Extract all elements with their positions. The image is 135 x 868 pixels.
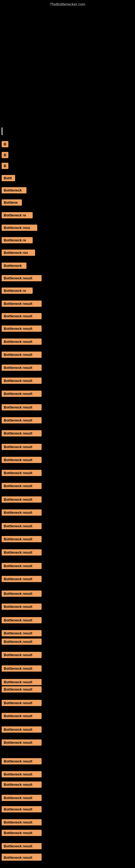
bottleneck-result-item[interactable]: Bottleneck result: [2, 639, 42, 645]
bottleneck-result-item[interactable]: Bottleneck result: [2, 819, 42, 826]
bottleneck-result-item[interactable]: Bottleneck result: [2, 806, 42, 812]
bottleneck-result-item[interactable]: Bottleneck result: [2, 483, 42, 489]
bottleneck-result-item[interactable]: Bottleneck result: [2, 457, 42, 463]
bottleneck-result-item[interactable]: Bottlene: [2, 199, 22, 206]
bottleneck-result-item[interactable]: B: [2, 163, 8, 169]
bottleneck-result-item[interactable]: Bottleneck result: [2, 739, 42, 746]
bottleneck-result-item[interactable]: Bottleneck result: [2, 275, 42, 281]
bottleneck-result-item[interactable]: Bottleneck result: [2, 509, 42, 516]
bottleneck-result-item[interactable]: Bottleneck result: [2, 351, 42, 358]
bottleneck-result-item[interactable]: Bottleneck resu: [2, 225, 37, 231]
bottleneck-result-item[interactable]: Bottleneck result: [2, 843, 42, 849]
bottleneck-result-item[interactable]: Bottleneck result: [2, 603, 42, 610]
bottleneck-result-item[interactable]: Bottleneck result: [2, 576, 42, 582]
bottleneck-result-item[interactable]: Bottleneck result: [2, 795, 42, 801]
bottleneck-result-item[interactable]: Bottleneck: [2, 262, 27, 269]
bottleneck-result-item[interactable]: Bottleneck result: [2, 313, 42, 319]
bottleneck-result-item[interactable]: Bottleneck result: [2, 523, 42, 529]
bottleneck-result-item[interactable]: Bottleneck result: [2, 665, 42, 672]
bottleneck-result-item[interactable]: Bottleneck result: [2, 726, 42, 733]
bottleneck-result-item[interactable]: Bottleneck result: [2, 652, 42, 658]
bottleneck-result-item[interactable]: Bottleneck result: [2, 444, 42, 450]
bottleneck-result-item[interactable]: Bottleneck result: [2, 630, 42, 637]
bottleneck-result-item[interactable]: Bottleneck result: [2, 781, 42, 788]
bottleneck-result-item[interactable]: Bottleneck result: [2, 830, 42, 836]
bottleneck-result-item[interactable]: Bottleneck: [2, 187, 27, 193]
bottleneck-result-item[interactable]: Bottleneck result: [2, 686, 42, 692]
bottleneck-result-item[interactable]: Bottleneck result: [2, 339, 42, 345]
bottleneck-result-item[interactable]: Bottleneck re: [2, 212, 33, 218]
bottleneck-result-item[interactable]: Bottleneck result: [2, 700, 42, 706]
bottleneck-result-item[interactable]: Bottleneck result: [2, 378, 42, 384]
bottleneck-result-item[interactable]: Bottleneck result: [2, 590, 42, 597]
bottleneck-result-item[interactable]: Bottleneck result: [2, 679, 42, 685]
bottleneck-result-item[interactable]: Bottleneck result: [2, 855, 42, 861]
bottleneck-result-item[interactable]: Bottleneck result: [2, 758, 42, 764]
bottleneck-result-item[interactable]: Bottleneck result: [2, 713, 42, 719]
bottleneck-result-item[interactable]: Bottleneck result: [2, 417, 42, 424]
bottleneck-result-item[interactable]: Bottleneck result: [2, 326, 42, 332]
bottleneck-result-item[interactable]: Bottleneck result: [2, 301, 42, 307]
bottleneck-result-item[interactable]: Bottleneck result: [2, 563, 42, 569]
bottleneck-result-item[interactable]: Bottleneck result: [2, 391, 42, 397]
bottleneck-result-item[interactable]: Bottleneck result: [2, 536, 42, 542]
bottleneck-result-item[interactable]: Bottleneck result: [2, 365, 42, 371]
bottleneck-result-item[interactable]: B: [2, 141, 8, 147]
bottleneck-result-item[interactable]: Bottleneck result: [2, 404, 42, 410]
bottleneck-result-item[interactable]: Bottleneck result: [2, 771, 42, 777]
bottleneck-result-item[interactable]: Bottleneck res: [2, 250, 35, 256]
site-title: TheBottlenecker.com: [50, 2, 85, 6]
bottleneck-result-item[interactable]: Bottleneck re: [2, 237, 33, 243]
bottleneck-result-item[interactable]: Bottl: [2, 175, 15, 181]
bottleneck-result-item[interactable]: Bottleneck result: [2, 430, 42, 436]
bottleneck-result-item[interactable]: Bottleneck re: [2, 287, 33, 294]
text-cursor: [2, 127, 2, 135]
bottleneck-result-item[interactable]: Bottleneck result: [2, 496, 42, 503]
bottleneck-result-item[interactable]: Bottleneck result: [2, 617, 42, 623]
bottleneck-result-item[interactable]: Bottleneck result: [2, 549, 42, 556]
bottleneck-result-item[interactable]: B: [2, 152, 8, 158]
bottleneck-result-item[interactable]: Bottleneck result: [2, 470, 42, 476]
